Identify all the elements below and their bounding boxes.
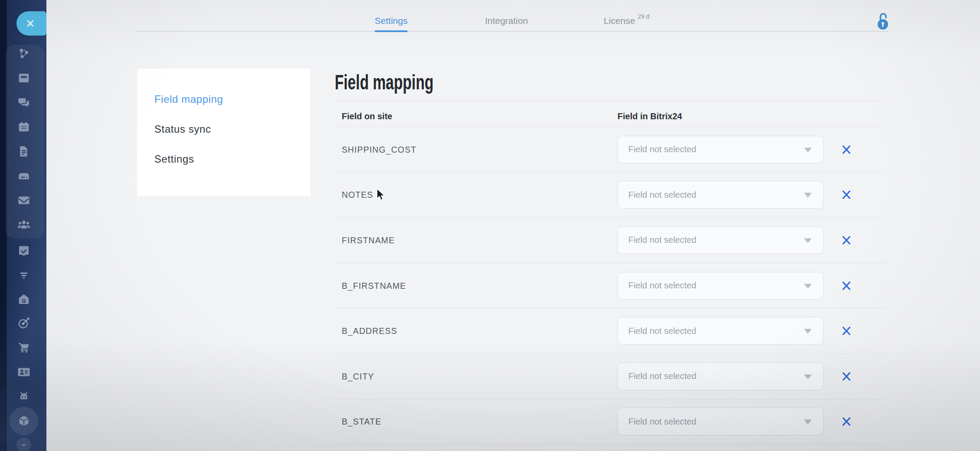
field-mapping-row: B_CITY Field not selected: [335, 354, 885, 399]
settings-nav-card: Field mapping Status sync Settings: [137, 69, 310, 196]
settings-nav-label: Settings: [154, 153, 194, 165]
company-icon[interactable]: [16, 292, 31, 307]
contact-card-icon[interactable]: [16, 365, 31, 379]
tab-label: Settings: [375, 14, 408, 27]
site-field-label: NOTES: [342, 190, 373, 200]
chevron-down-icon: [804, 420, 812, 425]
close-icon: [841, 189, 852, 200]
close-icon: [841, 371, 852, 382]
select-placeholder: Field not selected: [628, 326, 696, 336]
filter-icon[interactable]: [16, 268, 31, 282]
site-field-label: FIRSTNAME: [342, 235, 395, 245]
tab-integration[interactable]: Integration: [485, 14, 528, 32]
tab-settings[interactable]: Settings: [375, 14, 408, 32]
close-icon: [841, 325, 852, 337]
sidebar: [0, 0, 46, 451]
site-field-label: B_FIRSTNAME: [342, 281, 406, 291]
select-placeholder: Field not selected: [628, 190, 696, 200]
nav-item-field-mapping[interactable]: Field mapping: [154, 84, 310, 114]
bitrix-field-select[interactable]: Field not selected: [617, 136, 823, 163]
remove-mapping-button[interactable]: [839, 187, 854, 202]
chevron-down-icon: [804, 193, 812, 198]
chevron-down-icon: [804, 284, 812, 288]
calendar-icon[interactable]: [16, 120, 31, 134]
column-header-field-on-site: Field on site: [342, 106, 392, 127]
column-header-field-in-bitrix24: Field in Bitrix24: [617, 106, 682, 127]
chevron-down-icon: [804, 329, 812, 334]
bitrix-field-select[interactable]: Field not selected: [617, 363, 823, 390]
close-sidebar-button[interactable]: [16, 11, 46, 36]
table-top-line: [335, 101, 885, 101]
select-placeholder: Field not selected: [628, 371, 696, 381]
robot-icon[interactable]: [16, 389, 31, 404]
feed-icon[interactable]: [16, 71, 31, 85]
nav-item-status-sync[interactable]: Status sync: [154, 114, 310, 144]
people-icon[interactable]: [16, 217, 31, 232]
bitrix-field-select[interactable]: Field not selected: [617, 408, 823, 435]
site-field-label: B_CITY: [342, 371, 374, 381]
remove-mapping-button[interactable]: [839, 369, 854, 384]
select-placeholder: Field not selected: [628, 281, 696, 291]
settings-nav-label: Status sync: [154, 123, 211, 135]
document-icon[interactable]: [16, 144, 31, 159]
bitrix-field-select[interactable]: Field not selected: [617, 181, 823, 209]
bitrix-field-select[interactable]: Field not selected: [617, 317, 823, 345]
field-mapping-rows: SHIPPING_COST Field not selected NOTES F…: [335, 127, 885, 444]
network-icon[interactable]: [16, 46, 31, 61]
field-mapping-row: SHIPPING_COST Field not selected: [335, 127, 885, 173]
tab-badge: 29 d: [638, 13, 650, 20]
remove-mapping-button[interactable]: [839, 233, 854, 248]
remove-mapping-button[interactable]: [839, 414, 854, 429]
cube-icon[interactable]: [16, 414, 31, 428]
remove-mapping-button[interactable]: [839, 142, 854, 157]
close-icon: [841, 416, 852, 427]
site-field-label: B_ADDRESS: [342, 326, 397, 336]
site-field-label: B_STATE: [342, 417, 382, 427]
field-mapping-panel: Field mapping Field on site Field in Bit…: [335, 65, 885, 89]
mail-icon[interactable]: [16, 193, 31, 208]
field-mapping-row: NOTES Field not selected: [335, 173, 885, 218]
bitrix-field-select[interactable]: Field not selected: [617, 226, 823, 254]
expand-more-icon[interactable]: [16, 438, 31, 451]
site-field-label: SHIPPING_COST: [342, 144, 417, 154]
nav-item-settings[interactable]: Settings: [154, 144, 310, 174]
field-mapping-row: B_STATE Field not selected: [335, 399, 885, 445]
select-placeholder: Field not selected: [628, 144, 696, 154]
remove-mapping-button[interactable]: [839, 278, 854, 293]
page-title: Field mapping: [335, 70, 720, 94]
app-window: Settings Integration License 29 d Field …: [0, 0, 980, 451]
tasks-icon[interactable]: [16, 243, 31, 258]
chevron-down-icon: [804, 374, 812, 379]
drive-icon[interactable]: [16, 169, 31, 183]
bitrix-field-select[interactable]: Field not selected: [617, 272, 823, 300]
tab-license[interactable]: License 29 d: [604, 14, 650, 32]
chevron-down-icon: [804, 147, 812, 152]
close-icon: [841, 280, 852, 291]
target-icon[interactable]: [16, 316, 31, 330]
close-icon: [25, 18, 36, 29]
chat-icon[interactable]: [16, 95, 31, 110]
settings-nav-label: Field mapping: [154, 93, 223, 105]
remove-mapping-button[interactable]: [839, 324, 854, 338]
cart-icon[interactable]: [16, 340, 31, 355]
tab-label: License: [604, 14, 635, 27]
active-tab-underline: [375, 30, 408, 32]
license-lock-icon[interactable]: [875, 10, 891, 31]
field-mapping-row: FIRSTNAME Field not selected: [335, 218, 885, 263]
chevron-down-icon: [804, 239, 812, 243]
tab-label: Integration: [485, 14, 528, 27]
close-icon: [841, 144, 852, 155]
select-placeholder: Field not selected: [628, 235, 696, 245]
select-placeholder: Field not selected: [628, 417, 696, 427]
close-icon: [841, 235, 852, 246]
field-mapping-row: B_FIRSTNAME Field not selected: [335, 263, 885, 309]
field-mapping-row: B_ADDRESS Field not selected: [335, 308, 885, 354]
